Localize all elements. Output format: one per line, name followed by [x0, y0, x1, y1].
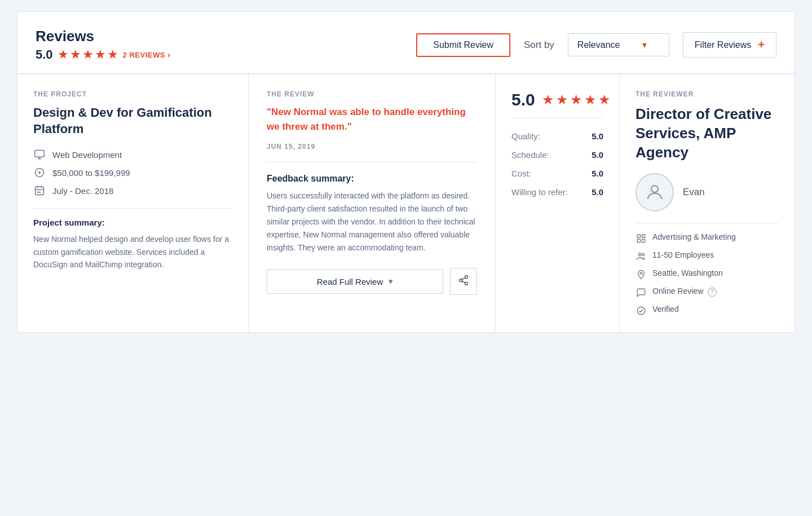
- reviewer-meta-industry: Advertising & Marketing: [636, 232, 779, 244]
- project-section-label: THE PROJECT: [33, 90, 232, 98]
- check-circle-icon: [636, 305, 647, 316]
- svg-rect-8: [37, 192, 39, 193]
- svg-point-15: [651, 186, 658, 192]
- sort-by-label: Sort by: [524, 39, 554, 51]
- reviewer-meta-location: Seattle, Washington: [636, 268, 779, 280]
- project-meta-item-date: July - Dec. 2018: [33, 184, 232, 197]
- reviewer-section: THE REVIEWER Director of Creative Servic…: [620, 74, 795, 332]
- chevron-down-icon: ▾: [642, 39, 647, 50]
- meta-cost-text: $50,000 to $199,999: [52, 168, 130, 178]
- review-type-text: Online Review ?: [652, 286, 717, 297]
- score-stars: ★ ★ ★ ★ ★: [542, 92, 611, 108]
- refer-label: Willing to refer:: [511, 187, 568, 197]
- filter-reviews-button[interactable]: Filter Reviews +: [683, 32, 776, 58]
- chat-icon: [636, 287, 647, 298]
- project-meta: Web Development $50,000 to $199,999: [33, 148, 232, 197]
- chevron-down-icon: ▾: [389, 276, 393, 286]
- read-full-label: Read Full Review: [317, 277, 383, 286]
- location-icon: [636, 269, 647, 280]
- reviews-count[interactable]: 2 REVIEWS ›: [123, 50, 170, 59]
- project-divider: [33, 208, 232, 209]
- meta-type-text: Web Development: [52, 150, 122, 160]
- feedback-text: Users successfully interacted with the p…: [267, 189, 477, 254]
- industry-text: Advertising & Marketing: [652, 232, 736, 241]
- meta-date-text: July - Dec. 2018: [52, 186, 113, 196]
- svg-point-12: [465, 282, 468, 285]
- score-rows: Quality: 5.0 Schedule: 5.0 Cost: 5.0 Wil…: [511, 127, 603, 201]
- monitor-icon: [33, 148, 46, 161]
- project-title: Design & Dev for Gamification Platform: [33, 105, 232, 137]
- reviews-rating-row: 5.0 ★ ★ ★ ★ ★ 2 REVIEWS ›: [36, 47, 170, 62]
- scores-divider: [511, 117, 603, 118]
- score-row-refer: Willing to refer: 5.0: [511, 183, 603, 201]
- avatar: [636, 173, 674, 211]
- svg-rect-4: [36, 187, 44, 195]
- verified-text: Verified: [652, 305, 679, 314]
- reviews-title-block: Reviews 5.0 ★ ★ ★ ★ ★ 2 REVIEWS ›: [36, 28, 170, 62]
- quality-value: 5.0: [592, 131, 603, 141]
- sort-dropdown[interactable]: Relevance ▾: [568, 33, 669, 56]
- score-star-2: ★: [556, 92, 568, 108]
- project-summary-text: New Normal helped design and develop use…: [33, 233, 232, 271]
- star-3: ★: [82, 47, 94, 62]
- submit-review-button[interactable]: Submit Review: [416, 33, 510, 57]
- svg-rect-0: [35, 151, 45, 157]
- svg-point-20: [639, 253, 642, 256]
- svg-rect-17: [642, 235, 645, 238]
- svg-rect-19: [642, 240, 645, 242]
- project-section: THE PROJECT Design & Dev for Gamificatio…: [17, 74, 249, 332]
- review-quote: "New Normal was able to handle everythin…: [267, 105, 477, 134]
- plus-icon: +: [758, 38, 765, 51]
- star-5: ★: [107, 47, 118, 62]
- svg-point-22: [640, 272, 642, 275]
- reviewer-meta-verified: Verified: [636, 305, 779, 316]
- reviewer-title: Director of Creative Services, AMP Agenc…: [636, 105, 779, 162]
- read-full-review-button[interactable]: Read Full Review ▾: [267, 269, 443, 294]
- calendar-icon: [33, 184, 46, 197]
- rating-number: 5.0: [36, 47, 53, 62]
- review-actions: Read Full Review ▾: [267, 268, 477, 295]
- reviews-container: Reviews 5.0 ★ ★ ★ ★ ★ 2 REVIEWS › Submit…: [17, 11, 795, 333]
- svg-line-13: [462, 281, 465, 283]
- svg-line-14: [462, 277, 465, 279]
- scores-section: 5.0 ★ ★ ★ ★ ★ Quality: 5.0 Schedule: 5.0: [496, 74, 620, 332]
- scores-header: 5.0 ★ ★ ★ ★ ★: [511, 90, 603, 109]
- svg-point-10: [465, 276, 468, 279]
- svg-point-21: [642, 254, 645, 256]
- cost-value: 5.0: [592, 169, 603, 178]
- reviews-title: Reviews: [36, 28, 170, 45]
- project-summary-label: Project summary:: [33, 218, 232, 227]
- score-star-1: ★: [542, 92, 554, 108]
- project-meta-item-cost: $50,000 to $199,999: [33, 166, 232, 179]
- feedback-label: Feedback summary:: [267, 174, 477, 184]
- project-meta-item-type: Web Development: [33, 148, 232, 161]
- share-button[interactable]: [450, 268, 477, 295]
- reviewer-meta: Advertising & Marketing 11-50 Employees: [636, 232, 779, 316]
- sort-value: Relevance: [577, 40, 620, 50]
- schedule-value: 5.0: [592, 150, 603, 160]
- reviews-header: Reviews 5.0 ★ ★ ★ ★ ★ 2 REVIEWS › Submit…: [17, 12, 795, 74]
- score-row-cost: Cost: 5.0: [511, 164, 603, 183]
- review-section-label: THE REVIEW: [267, 90, 477, 98]
- score-row-quality: Quality: 5.0: [511, 127, 603, 145]
- schedule-label: Schedule:: [511, 150, 549, 160]
- reviews-arrow: ›: [167, 50, 170, 59]
- cost-label: Cost:: [511, 169, 531, 178]
- score-star-3: ★: [570, 92, 582, 108]
- reviewer-section-label: THE REVIEWER: [636, 90, 779, 98]
- svg-point-11: [460, 279, 462, 281]
- overall-score: 5.0: [511, 90, 535, 109]
- people-icon: [636, 251, 647, 262]
- grid-icon: [636, 233, 647, 244]
- rating-stars: ★ ★ ★ ★ ★: [58, 47, 118, 62]
- score-star-5: ★: [598, 92, 611, 108]
- reviewer-name: Evan: [683, 187, 705, 198]
- svg-rect-18: [637, 240, 640, 242]
- review-date: JUN 15, 2019: [267, 143, 477, 151]
- svg-rect-16: [637, 235, 640, 238]
- review-text-section: THE REVIEW "New Normal was able to handl…: [249, 74, 496, 332]
- refer-value: 5.0: [592, 187, 603, 197]
- svg-point-23: [637, 307, 645, 315]
- score-row-schedule: Schedule: 5.0: [511, 145, 603, 164]
- filter-reviews-label: Filter Reviews: [695, 40, 751, 50]
